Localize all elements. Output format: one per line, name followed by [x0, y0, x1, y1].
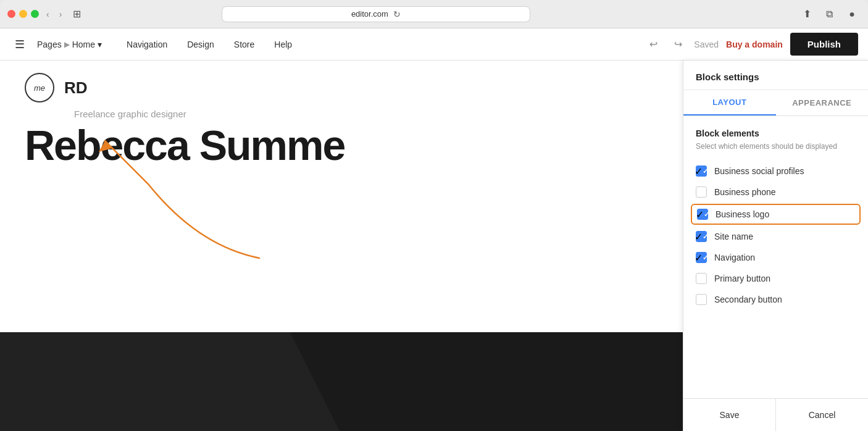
reload-button[interactable]: ↻ — [393, 9, 401, 19]
checkbox-site-name-input[interactable]: ✓ — [696, 231, 707, 242]
checkbox-navigation-input[interactable]: ✓ — [696, 252, 707, 263]
checkbox-primary-button-input[interactable] — [696, 273, 707, 284]
checkbox-business-phone-label: Business phone — [714, 187, 776, 197]
check-icon: ✓ — [695, 165, 703, 177]
toolbar-nav-items: Navigation Design Store Help — [117, 35, 302, 54]
breadcrumb-separator: ▶ — [64, 40, 70, 49]
share-button[interactable]: ⬆ — [799, 6, 816, 23]
breadcrumb-home-dropdown[interactable]: Home ▾ — [72, 40, 102, 49]
block-elements-subtitle: Select which elements should be displaye… — [696, 142, 856, 151]
block-settings-panel: Block settings LAYOUT APPEARANCE Block e… — [683, 61, 868, 431]
checkbox-social-profiles-input[interactable]: ✓ — [696, 165, 707, 177]
checkbox-business-phone[interactable]: Business phone — [696, 182, 856, 203]
traffic-lights — [7, 10, 39, 18]
sidebar-toggle-button[interactable]: ⊞ — [69, 7, 85, 21]
checkbox-primary-button-label: Primary button — [714, 274, 770, 283]
back-button[interactable]: ‹ — [44, 8, 52, 20]
app-toolbar: ☰ Pages ▶ Home ▾ Navigation Design Store… — [0, 28, 868, 61]
undo-button[interactable]: ↩ — [645, 36, 662, 53]
url-bar[interactable]: editor.com ↻ — [222, 6, 530, 22]
site-initials: RD — [64, 78, 88, 98]
chevron-down-icon: ▾ — [98, 40, 102, 49]
checkbox-navigation-label: Navigation — [714, 253, 755, 262]
site-logo: me — [25, 73, 54, 103]
saved-indicator: Saved — [694, 40, 719, 49]
tab-appearance[interactable]: APPEARANCE — [776, 90, 869, 115]
hamburger-button[interactable]: ☰ — [10, 35, 30, 54]
checkbox-site-name[interactable]: ✓ Site name — [696, 226, 856, 247]
redo-button[interactable]: ↪ — [669, 36, 686, 53]
url-text: editor.com — [351, 9, 388, 19]
publish-button[interactable]: Publish — [790, 33, 858, 56]
maximize-button[interactable] — [31, 10, 39, 18]
checkbox-business-phone-input[interactable] — [696, 186, 707, 198]
checkbox-primary-button[interactable]: Primary button — [696, 268, 856, 289]
breadcrumb-pages: Pages — [37, 40, 62, 49]
dark-triangle — [290, 332, 340, 431]
check-icon: ✓ — [695, 231, 703, 243]
panel-tabs: LAYOUT APPEARANCE — [683, 90, 868, 116]
logo-text: me — [34, 83, 45, 93]
forward-button[interactable]: › — [57, 8, 65, 20]
checkbox-business-logo-input[interactable]: ✓ — [697, 209, 708, 220]
nav-navigation[interactable]: Navigation — [117, 35, 177, 54]
block-elements-title: Block elements — [696, 128, 856, 138]
browser-actions: ⬆ ⧉ ● — [799, 6, 861, 23]
minimize-button[interactable] — [19, 10, 27, 18]
main-area: me RD f ◉ in 𝕏 Freelance graphic designe… — [0, 61, 868, 431]
panel-title: Block settings — [683, 61, 868, 90]
save-button[interactable]: Save — [683, 399, 776, 431]
nav-design[interactable]: Design — [177, 35, 224, 54]
breadcrumb-home-label: Home — [72, 40, 95, 49]
checkbox-secondary-button-input[interactable] — [696, 294, 707, 305]
breadcrumb: Pages ▶ Home ▾ — [37, 40, 102, 49]
check-icon: ✓ — [696, 209, 704, 220]
checkbox-site-name-label: Site name — [714, 232, 753, 241]
checkbox-navigation[interactable]: ✓ Navigation — [696, 247, 856, 268]
tab-layout[interactable]: LAYOUT — [683, 90, 776, 115]
nav-store[interactable]: Store — [224, 35, 264, 54]
checkbox-social-profiles-label: Business social profiles — [714, 166, 804, 176]
checkbox-business-logo-label: Business logo — [716, 209, 769, 219]
profile-button[interactable]: ● — [843, 6, 861, 23]
close-button[interactable] — [7, 10, 15, 18]
buy-domain-button[interactable]: Buy a domain — [726, 40, 783, 49]
nav-help[interactable]: Help — [264, 35, 302, 54]
checkbox-social-profiles[interactable]: ✓ Business social profiles — [696, 161, 856, 182]
browser-chrome: ‹ › ⊞ editor.com ↻ ⬆ ⧉ ● — [0, 0, 868, 28]
toolbar-right: ↩ ↪ Saved Buy a domain Publish — [645, 33, 858, 56]
panel-body: Block elements Select which elements sho… — [683, 116, 868, 398]
checkbox-business-logo[interactable]: ✓ Business logo — [691, 204, 861, 225]
check-icon: ✓ — [695, 252, 703, 264]
cancel-button[interactable]: Cancel — [776, 399, 868, 431]
panel-footer: Save Cancel — [683, 398, 868, 431]
checkbox-secondary-button[interactable]: Secondary button — [696, 289, 856, 310]
dark-content-left — [0, 332, 290, 431]
checkbox-secondary-button-label: Secondary button — [714, 295, 782, 304]
tab-overview-button[interactable]: ⧉ — [821, 6, 838, 23]
